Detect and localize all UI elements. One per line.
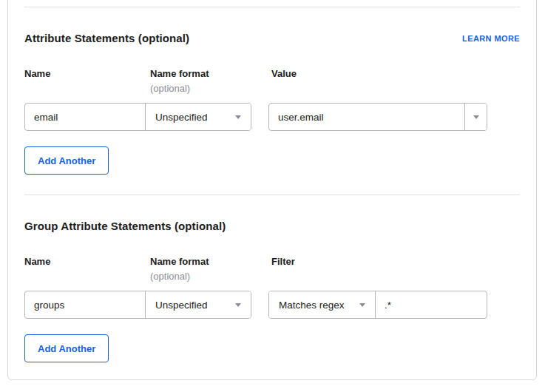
- column-header-optional-label: (optional): [150, 83, 271, 94]
- dropdown-caret-icon: [235, 303, 241, 307]
- column-header-value: Value: [271, 68, 520, 94]
- group-attr-name-format-select[interactable]: Unspecified: [146, 291, 251, 318]
- attribute-statement-row: Unspecified: [24, 103, 520, 131]
- group-attr-filter-value-input[interactable]: [376, 291, 487, 318]
- saml-settings-card: Attribute Statements (optional) LEARN MO…: [7, 0, 537, 380]
- add-another-button[interactable]: Add Another: [24, 146, 109, 175]
- dropdown-caret-icon: [359, 303, 365, 307]
- attr-value-input[interactable]: [269, 104, 464, 130]
- attr-value-dropdown-button[interactable]: [464, 104, 487, 130]
- group-attr-filter-type-selected-value: Matches regex: [279, 300, 345, 311]
- column-header-name-format: Name format (optional): [150, 256, 271, 282]
- attribute-statements-header: Attribute Statements (optional) LEARN MO…: [24, 32, 520, 44]
- attribute-statements-title: Attribute Statements (optional): [24, 32, 189, 44]
- column-header-name: Name: [24, 256, 150, 282]
- add-another-button[interactable]: Add Another: [24, 334, 109, 362]
- attr-name-input[interactable]: [25, 104, 146, 130]
- section-divider: [24, 195, 520, 195]
- attr-name-and-format-group: Unspecified: [24, 103, 251, 131]
- attr-name-format-select[interactable]: Unspecified: [146, 104, 251, 130]
- column-header-optional-label: (optional): [150, 271, 271, 282]
- group-attr-filter-type-select[interactable]: Matches regex: [269, 291, 376, 318]
- group-attr-name-input[interactable]: [25, 291, 146, 318]
- group-attr-name-format-selected-value: Unspecified: [155, 300, 208, 311]
- group-attribute-statements-header: Group Attribute Statements (optional): [24, 220, 520, 232]
- group-attribute-statements-title: Group Attribute Statements (optional): [24, 220, 226, 232]
- section-divider: [24, 7, 520, 7]
- group-attr-filter-group: Matches regex: [268, 291, 487, 319]
- dropdown-caret-icon: [235, 115, 241, 119]
- column-header-filter: Filter: [271, 256, 520, 282]
- column-header-name-format-label: Name format: [150, 256, 209, 267]
- attribute-statements-column-headers: Name Name format (optional) Value: [24, 68, 520, 94]
- attr-value-group: [268, 103, 487, 131]
- group-attr-name-and-format-group: Unspecified: [24, 291, 251, 319]
- group-attribute-statement-row: Unspecified Matches regex: [24, 291, 520, 319]
- dropdown-caret-icon: [473, 115, 479, 119]
- group-attribute-statements-column-headers: Name Name format (optional) Filter: [24, 256, 520, 282]
- column-header-name: Name: [24, 68, 150, 94]
- learn-more-link[interactable]: LEARN MORE: [462, 32, 520, 44]
- column-header-name-format-label: Name format: [150, 68, 209, 79]
- attr-name-format-selected-value: Unspecified: [155, 112, 208, 123]
- column-header-name-format: Name format (optional): [150, 68, 271, 94]
